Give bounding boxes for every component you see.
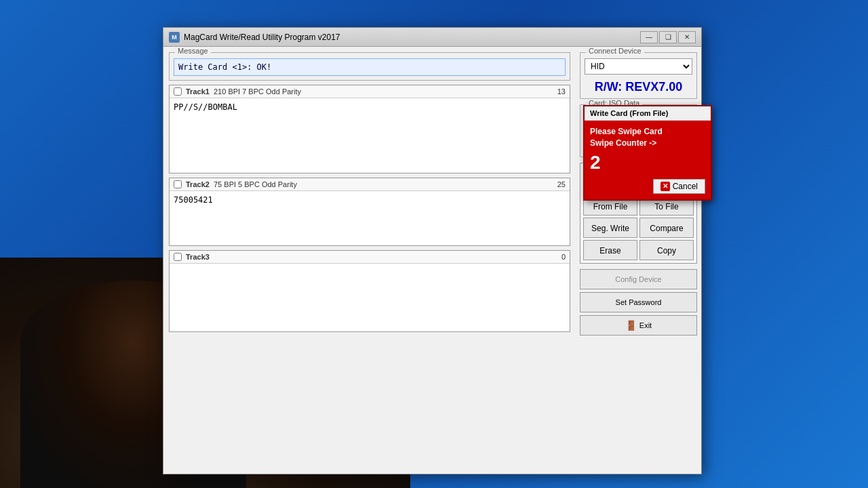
popup-counter: 2	[590, 152, 705, 174]
track2-textarea[interactable]: 75005421	[170, 191, 570, 245]
popup-body: Please Swipe CardSwipe Counter -> 2 ✕ Ca…	[585, 121, 711, 199]
exit-label: Exit	[639, 321, 652, 329]
track1-header: Track1 210 BPI 7 BPC Odd Parity 13	[170, 85, 570, 98]
track1-info: Track1 210 BPI 7 BPC Odd Parity	[186, 87, 557, 96]
cancel-x-icon: ✕	[660, 182, 670, 191]
exit-button[interactable]: 🚪 Exit	[580, 315, 697, 336]
track1-count: 13	[557, 87, 566, 96]
window-controls: — ❑ ✕	[640, 31, 696, 43]
track2-count: 25	[557, 180, 566, 188]
track3-info: Track3	[186, 253, 561, 261]
track2-checkbox[interactable]	[174, 180, 182, 188]
popup-title: Write Card (From File)	[585, 106, 711, 121]
track1-label: Track1	[186, 87, 210, 96]
message-label: Message	[175, 47, 211, 55]
popup-message: Please Swipe CardSwipe Counter ->	[590, 126, 705, 149]
message-input[interactable]	[174, 58, 566, 76]
erase-button[interactable]: Erase	[583, 240, 637, 260]
track2-label: Track2	[186, 180, 210, 188]
app-icon: M	[169, 32, 180, 43]
seg-write-button[interactable]: Seg. Write	[583, 218, 637, 238]
popup-cancel-label: Cancel	[673, 182, 698, 191]
track2-section: Track2 75 BPI 5 BPC Odd Parity 25 750054…	[169, 178, 570, 246]
app-window: M MagCard Write/Read Utility Program v20…	[163, 27, 702, 474]
track2-params: 75 BPI 5 BPC Odd Parity	[214, 180, 297, 188]
track3-checkbox[interactable]	[174, 253, 182, 261]
track2-header: Track2 75 BPI 5 BPC Odd Parity 25	[170, 178, 570, 191]
track3-label: Track3	[186, 253, 210, 261]
message-section: Message	[169, 52, 570, 81]
popup-cancel-button[interactable]: ✕ Cancel	[653, 179, 705, 194]
track3-textarea[interactable]	[170, 264, 570, 331]
minimize-button[interactable]: —	[640, 31, 658, 43]
exit-icon: 🚪	[625, 320, 637, 331]
track3-header: Track3 0	[170, 251, 570, 264]
connect-device-label: Connect Device	[586, 47, 644, 55]
device-dropdown[interactable]: HID COM1 COM2 COM3	[585, 58, 692, 75]
left-panel: Message Track1 210 BPI 7 BPC Odd Parity …	[163, 47, 576, 474]
window-title: MagCard Write/Read Utility Program v2017	[184, 33, 640, 42]
track1-textarea[interactable]: PP//S//BOMBAL	[170, 98, 570, 173]
track3-section: Track3 0	[169, 250, 570, 332]
desktop: M MagCard Write/Read Utility Program v20…	[0, 0, 868, 488]
compare-button[interactable]: Compare	[639, 218, 694, 238]
copy-button[interactable]: Copy	[639, 240, 694, 260]
track1-params: 210 BPI 7 BPC Odd Parity	[214, 87, 301, 96]
rw-version: R/W: REVX7.00	[585, 80, 692, 94]
restore-button[interactable]: ❑	[659, 31, 677, 43]
config-device-button[interactable]: Config Device	[580, 269, 697, 289]
popup-dialog: Write Card (From File) Please Swipe Card…	[583, 105, 712, 201]
close-button[interactable]: ✕	[678, 31, 696, 43]
track1-checkbox[interactable]	[174, 87, 182, 96]
popup-buttons: ✕ Cancel	[590, 179, 705, 194]
track3-count: 0	[561, 253, 566, 261]
track2-info: Track2 75 BPI 5 BPC Odd Parity	[186, 180, 557, 188]
set-password-button[interactable]: Set Password	[580, 292, 697, 312]
bottom-buttons: Config Device Set Password 🚪 Exit	[580, 269, 697, 336]
track1-section: Track1 210 BPI 7 BPC Odd Parity 13 PP//S…	[169, 85, 570, 174]
connect-device-section: Connect Device HID COM1 COM2 COM3 R/W: R…	[580, 52, 697, 99]
title-bar: M MagCard Write/Read Utility Program v20…	[163, 28, 701, 47]
